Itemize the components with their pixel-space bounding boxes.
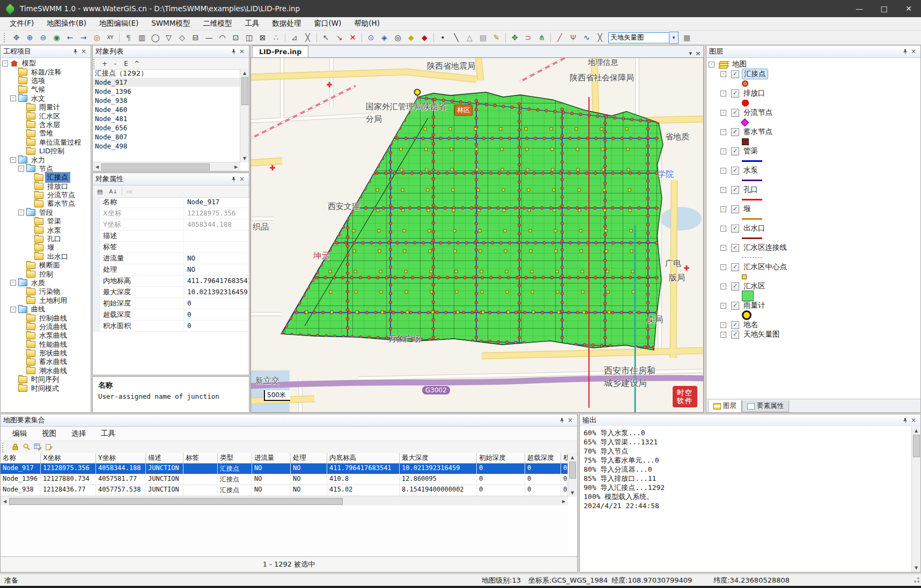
property-row[interactable]: 描述 (93, 230, 249, 242)
layer-label[interactable]: 汇水区连接线 (742, 243, 789, 252)
column-header[interactable]: 内底标高 (327, 453, 400, 463)
tree-item[interactable]: 性能曲线 (1, 340, 91, 349)
property-row[interactable]: 处理NO (93, 264, 249, 276)
categorized-view-icon[interactable]: ▤ (95, 187, 105, 196)
tree-item[interactable]: 时间序列 (1, 375, 91, 384)
tree-item[interactable]: -水质 (1, 279, 91, 287)
tree-item[interactable]: 标题/注释 (1, 68, 91, 76)
column-header[interactable]: 类型 (218, 453, 252, 463)
table-cell[interactable]: NO (252, 485, 291, 495)
property-row[interactable]: 进流量NO (93, 253, 249, 264)
property-value[interactable] (184, 242, 249, 252)
property-value[interactable]: 411.796417683541 (184, 276, 249, 286)
layer-label[interactable]: 蓄水节点 (742, 127, 774, 137)
tree-item[interactable]: 时间模式 (1, 384, 91, 392)
column-header[interactable]: 描述 (146, 453, 183, 463)
layer-item[interactable]: -✓蓄水节点 (706, 127, 920, 137)
layer-item[interactable]: -✓出水口 (706, 224, 920, 233)
point-draw-icon[interactable]: • (437, 32, 449, 44)
expander-icon[interactable]: - (720, 264, 726, 270)
close-panel-icon[interactable]: × (79, 47, 88, 56)
layer-checkbox[interactable]: ✓ (731, 263, 739, 271)
tree-item[interactable]: 蓄水节点 (1, 199, 91, 208)
layer-checkbox[interactable]: ✓ (731, 225, 739, 233)
layer-checkbox[interactable]: ✓ (731, 128, 739, 136)
table-cell[interactable]: 8.15419400000002 (400, 485, 477, 495)
expander-icon[interactable]: - (720, 110, 726, 116)
delete-vertex-icon[interactable]: ◆ (418, 32, 431, 44)
layer-checkbox[interactable]: ✓ (731, 109, 739, 117)
tree-item[interactable]: 污染物 (1, 287, 91, 296)
property-value[interactable]: 0 (184, 309, 249, 320)
tree-item[interactable]: 土地利用 (1, 296, 91, 305)
tree-item[interactable]: 排放口 (1, 182, 91, 190)
pan-hand-icon[interactable]: ✥ (10, 32, 23, 44)
erase-cross-icon[interactable]: ╳ (594, 32, 606, 44)
object-list-item[interactable]: Node_807 (93, 132, 240, 142)
layer-checkbox[interactable]: ✓ (731, 321, 739, 329)
identify-bulb-icon[interactable]: ¶ (122, 32, 135, 44)
pin-icon[interactable] (901, 416, 909, 425)
table-cell[interactable]: 0 (525, 464, 561, 474)
layer-label[interactable]: 出水口 (742, 224, 767, 233)
expander-icon[interactable]: - (720, 322, 726, 328)
property-row[interactable]: 最大深度10.021392316459 (93, 287, 249, 298)
layer-item[interactable]: -✓管渠 (706, 146, 920, 156)
object-list-vertical-scrollbar[interactable]: ▲ ▼ (240, 69, 249, 162)
table-cell[interactable] (183, 474, 218, 485)
object-list-item[interactable]: Node_656 (93, 123, 240, 132)
half-rect-icon[interactable]: ◫ (243, 32, 255, 44)
tree-item[interactable]: -水文 (1, 94, 91, 103)
vertices-tool-icon[interactable]: ∴ (270, 32, 282, 44)
scroll-right-icon[interactable]: ▶ (232, 162, 240, 171)
expander-icon[interactable]: - (10, 280, 16, 286)
minimize-button[interactable]: — (847, 0, 872, 17)
maximize-button[interactable]: □ (872, 0, 896, 17)
next-view-icon[interactable]: → (77, 32, 90, 44)
full-extent-globe-icon[interactable]: ◉ (50, 32, 63, 44)
column-header[interactable]: 超载深度 (525, 453, 561, 463)
diamond-tool-icon[interactable]: ◇ (176, 32, 188, 44)
layer-label[interactable]: 天地矢量图 (742, 330, 782, 339)
property-value[interactable]: 0 (184, 321, 249, 331)
zoom-in-icon[interactable]: ⊕ (24, 32, 36, 44)
layer-item[interactable]: -✓地名 (706, 320, 920, 330)
object-list-tool-+[interactable]: + (99, 60, 110, 68)
table-cell[interactable]: 4057757.538 (96, 485, 146, 495)
pin-icon[interactable] (71, 47, 79, 56)
property-value[interactable]: 0 (184, 298, 249, 309)
object-list-item[interactable]: Node_917 (93, 78, 240, 87)
object-list-item[interactable]: Node_938 (93, 96, 240, 105)
expander-icon[interactable]: - (720, 148, 726, 154)
layer-checkbox[interactable]: ✓ (731, 302, 739, 310)
table-cell[interactable]: 12128975.356 (41, 464, 96, 474)
add-vertex-icon[interactable]: ◆ (405, 32, 417, 44)
property-row[interactable]: Y坐标4058344.188 (93, 219, 249, 230)
previous-view-icon[interactable]: ← (64, 32, 76, 44)
unselect-features-icon[interactable]: ↘ (333, 32, 345, 44)
menu-item[interactable]: 地图操作(B) (40, 17, 93, 30)
table-cell[interactable]: Node_917 (1, 464, 41, 474)
menu-item[interactable]: 地图编辑(E) (93, 17, 145, 30)
expander-icon[interactable]: - (720, 71, 726, 77)
table-row[interactable]: Node_91712128975.3564058344.188JUNCTION汇… (1, 464, 568, 474)
tree-item[interactable]: 汇接点 (1, 173, 91, 182)
expander-icon[interactable]: - (720, 129, 726, 135)
object-list-tool-^[interactable]: ^ (131, 60, 142, 68)
table-cell[interactable]: 4058344.188 (96, 464, 146, 474)
layer-item[interactable]: -✓汇水区 (706, 281, 920, 291)
close-panel-icon[interactable]: × (909, 416, 918, 425)
expander-icon[interactable]: - (720, 303, 726, 309)
menu-item[interactable]: 窗口(W) (307, 17, 348, 30)
hatch-fill-icon[interactable]: ▥ (136, 32, 148, 44)
expander-icon[interactable]: - (720, 226, 726, 232)
table-row[interactable]: Node_139612127880.7344057581.77JUNCTION汇… (1, 474, 568, 485)
toolbar-grip[interactable] (4, 33, 7, 42)
attribute-edit-icon[interactable]: ▤ (477, 32, 489, 44)
expander-icon[interactable]: - (720, 245, 726, 251)
layer-checkbox[interactable]: ✓ (731, 167, 739, 175)
table-cell[interactable]: 12128436.77 (41, 485, 96, 495)
layer-checkbox[interactable]: ✓ (731, 205, 739, 213)
layers-root-label[interactable]: 地图 (731, 59, 748, 69)
expander-icon[interactable]: - (2, 61, 8, 66)
